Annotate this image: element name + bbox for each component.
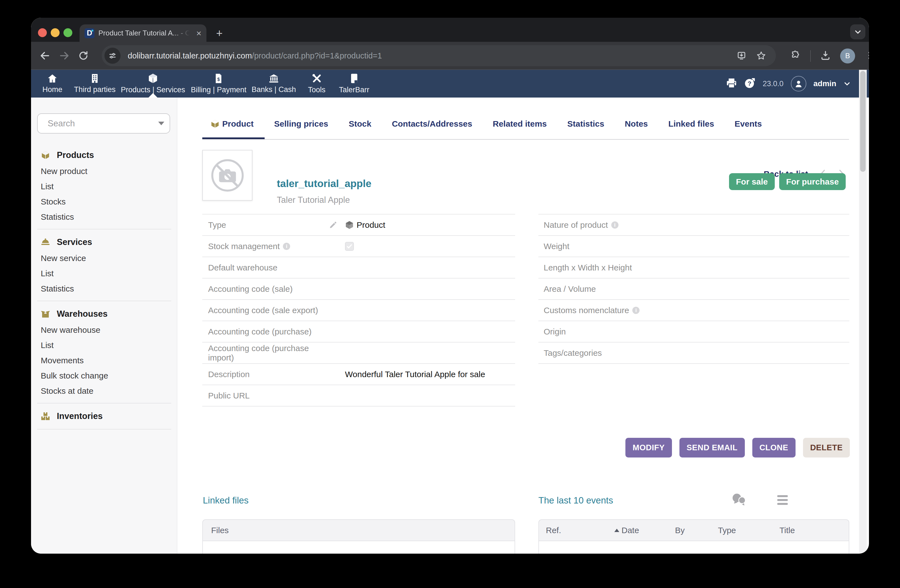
tab-contacts-addresses[interactable]: Contacts/Addresses (392, 119, 472, 129)
chat-bubbles-icon[interactable] (731, 492, 747, 507)
browser-toolbar: dolibarr.tutorial.taler.potuzhnyi.com/pr… (31, 42, 869, 70)
menu-tools[interactable]: Tools (308, 70, 325, 98)
fullscreen-window-button[interactable] (64, 28, 72, 37)
forward-button[interactable] (59, 50, 70, 61)
info-icon[interactable]: i (632, 307, 639, 314)
events-col-title[interactable]: Title (779, 520, 795, 541)
sidebar-divider (37, 429, 171, 430)
bookmark-star-icon[interactable] (756, 50, 767, 61)
search-input[interactable] (48, 119, 158, 129)
sidebar-item-new-product[interactable]: New product (37, 163, 171, 179)
for-purchase-badge: For purchase (779, 173, 846, 190)
sidebar-item-services-statistics[interactable]: Statistics (37, 281, 171, 296)
info-icon[interactable]: i (283, 243, 290, 250)
sidebar-item-new-warehouse[interactable]: New warehouse (37, 322, 171, 338)
menu-third-parties[interactable]: Third parties (74, 70, 116, 98)
user-avatar-icon[interactable] (791, 76, 806, 92)
tab-close-icon[interactable]: × (196, 29, 202, 38)
tab-notes[interactable]: Notes (625, 119, 648, 129)
browser-tab[interactable]: D Product Taler Tutorial A... - Ca × (79, 24, 206, 42)
product-label: Taler Tutorial Apple (277, 195, 350, 205)
search-dropdown-caret-icon[interactable] (158, 122, 164, 125)
tab-search-button[interactable] (850, 24, 865, 39)
chevron-down-icon (854, 28, 862, 36)
url-text: dolibarr.tutorial.taler.potuzhnyi.com/pr… (128, 51, 737, 61)
events-col-by[interactable]: By (675, 520, 685, 541)
field-row-accounting-purchase-import: Accounting code (purchase import) (202, 343, 515, 364)
info-icon[interactable]: i (611, 222, 619, 229)
tabs-separator (202, 139, 849, 140)
sidebar-item-movements[interactable]: Movements (37, 353, 171, 368)
send-email-button[interactable]: SEND EMAIL (680, 438, 745, 458)
sidebar-section-products[interactable]: Products (37, 147, 171, 163)
list-menu-icon[interactable] (777, 495, 788, 505)
warehouses-open-box-icon (41, 310, 50, 318)
browser-titlebar: D Product Taler Tutorial A... - Ca × + (31, 18, 869, 42)
reload-button[interactable] (78, 50, 88, 61)
events-col-type[interactable]: Type (718, 520, 736, 541)
browser-menu-icon[interactable] (864, 51, 869, 61)
new-tab-button[interactable]: + (216, 28, 222, 39)
field-row-public-url: Public URL (202, 385, 515, 406)
sidebar-item-new-service[interactable]: New service (37, 250, 171, 266)
field-row-accounting-purchase: Accounting code (purchase) (202, 321, 515, 343)
sidebar-search[interactable] (37, 113, 170, 133)
stock-management-checkbox[interactable] (345, 242, 354, 251)
sidebar-section-services[interactable]: Services (37, 234, 171, 250)
sidebar-item-products-list[interactable]: List (37, 179, 171, 194)
clone-button[interactable]: CLONE (752, 438, 796, 458)
linked-files-title: Linked files (203, 495, 248, 506)
tab-related-items[interactable]: Related items (493, 119, 547, 129)
product-ref[interactable]: taler_tutorial_apple (277, 178, 371, 189)
field-row-area-volume: Area / Volume (538, 278, 849, 300)
toolbar-divider (810, 50, 811, 62)
edit-pencil-icon[interactable] (328, 220, 345, 230)
delete-button[interactable]: DELETE (803, 438, 850, 458)
install-app-icon[interactable] (737, 51, 746, 61)
sidebar-item-stocks-at-date[interactable]: Stocks at date (37, 383, 171, 399)
tab-stock[interactable]: Stock (349, 119, 371, 129)
sidebar-section-inventories[interactable]: Inventories (37, 408, 171, 425)
menu-talerbarr[interactable]: TalerBarr (339, 70, 369, 98)
dolibarr-favicon-icon: D (84, 28, 95, 38)
back-button[interactable] (39, 50, 50, 61)
menu-banks-cash[interactable]: Banks | Cash (251, 70, 296, 98)
svg-text:?: ? (748, 80, 751, 87)
browser-profile-avatar[interactable]: B (840, 48, 855, 64)
sidebar-item-bulk-stock-change[interactable]: Bulk stock change (37, 368, 171, 383)
help-icon[interactable]: ? (744, 78, 756, 90)
logged-user-name[interactable]: admin (813, 79, 836, 88)
tab-selling-prices[interactable]: Selling prices (274, 119, 328, 129)
files-column-header[interactable]: Files (211, 526, 229, 535)
extensions-icon[interactable] (790, 50, 801, 62)
tools-icon (312, 73, 322, 84)
field-row-default-warehouse: Default warehouse (202, 257, 515, 278)
events-col-ref[interactable]: Ref. (546, 520, 561, 541)
print-icon[interactable] (726, 78, 737, 89)
scrollbar-thumb[interactable] (860, 71, 866, 172)
sidebar-item-products-statistics[interactable]: Statistics (37, 209, 171, 225)
tab-events[interactable]: Events (735, 119, 762, 129)
linked-files-empty: None (211, 553, 231, 554)
modify-button[interactable]: MODIFY (625, 438, 672, 458)
tab-statistics[interactable]: Statistics (567, 119, 604, 129)
tab-linked-files[interactable]: Linked files (668, 119, 714, 129)
sidebar-item-services-list[interactable]: List (37, 266, 171, 281)
menu-billing-payment[interactable]: $ Billing | Payment (191, 70, 247, 98)
sort-asc-icon (614, 529, 619, 532)
events-col-date[interactable]: Date (614, 520, 639, 541)
field-row-weight: Weight (538, 236, 849, 257)
minimize-window-button[interactable] (51, 28, 60, 37)
products-box-icon (41, 151, 50, 160)
site-settings-icon[interactable] (104, 48, 121, 64)
sidebar-section-warehouses[interactable]: Warehouses (37, 306, 171, 322)
address-bar[interactable]: dolibarr.tutorial.taler.potuzhnyi.com/pr… (102, 45, 776, 66)
user-menu-chevron-icon[interactable] (844, 80, 851, 87)
downloads-icon[interactable] (820, 50, 831, 62)
left-sidebar: Products New product List Stocks Statist… (31, 98, 177, 554)
menu-home[interactable]: Home (42, 70, 62, 98)
tab-product[interactable]: Product (211, 119, 253, 129)
sidebar-item-stocks[interactable]: Stocks (37, 194, 171, 209)
close-window-button[interactable] (38, 28, 47, 37)
sidebar-item-warehouses-list[interactable]: List (37, 338, 171, 353)
